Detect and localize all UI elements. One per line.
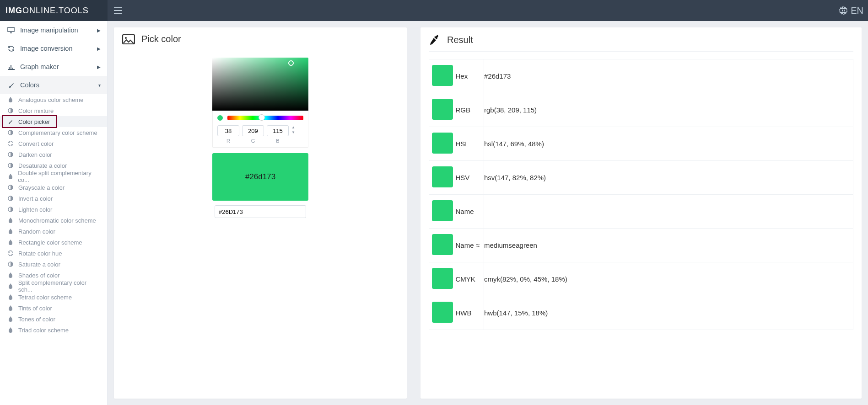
sidebar-item-label: Tetrad color scheme	[18, 294, 72, 301]
sidebar-item-label: Rotate color hue	[18, 250, 62, 257]
sidebar-item-triad-color-scheme[interactable]: Triad color scheme	[0, 325, 107, 336]
sidebar-item-label: Rectangle color scheme	[18, 239, 82, 246]
preview-swatch: #26d173	[212, 153, 308, 201]
saturation-area[interactable]	[212, 58, 308, 111]
color-picker-widget: R G B ▲ ▼ #26d173	[212, 58, 308, 218]
adjust-icon	[6, 130, 15, 135]
r-input[interactable]	[217, 125, 239, 136]
tint-icon	[6, 174, 14, 179]
eyedropper-icon	[429, 34, 441, 46]
sidebar-item-rotate-color-hue[interactable]: Rotate color hue	[0, 248, 107, 259]
tint-icon	[6, 305, 15, 311]
sidebar-item-label: Color picker	[18, 118, 50, 125]
nav-image-manipulation[interactable]: Image manipulation ▶	[0, 21, 107, 39]
sidebar-item-label: Tints of color	[18, 305, 52, 312]
adjust-icon	[6, 207, 15, 212]
sidebar-item-label: Analogous color scheme	[18, 96, 83, 103]
sidebar-item-label: Darken color	[18, 151, 52, 158]
chevron-up-icon: ▲	[291, 125, 297, 129]
result-value: rgb(38, 209, 115)	[484, 93, 853, 127]
sidebar-item-saturate-a-color[interactable]: Saturate a color	[0, 259, 107, 270]
refresh-icon	[6, 45, 16, 52]
result-label: CMYK	[456, 262, 484, 296]
current-color-dot	[217, 115, 223, 121]
hue-slider[interactable]	[227, 116, 303, 120]
sidebar-item-label: Invert a color	[18, 195, 53, 202]
result-row: RGBrgb(38, 209, 115)	[429, 93, 853, 127]
sidebar-item-label: Desaturate a color	[18, 162, 67, 169]
language-label: EN	[851, 5, 863, 16]
format-toggle[interactable]: ▲ ▼	[291, 125, 297, 134]
nav-graph-maker[interactable]: Graph maker ▶	[0, 58, 107, 76]
result-label: Name	[456, 195, 484, 229]
result-value: cmyk(82%, 0%, 45%, 18%)	[484, 262, 853, 296]
tint-icon	[6, 327, 15, 333]
sidebar-item-tones-of-color[interactable]: Tones of color	[0, 314, 107, 325]
result-label: HSV	[456, 161, 484, 195]
sidebar-item-label: Convert color	[18, 140, 54, 147]
result-label: HWB	[456, 296, 484, 330]
color-swatch	[432, 65, 453, 86]
sidebar: Image manipulation ▶ Image conversion ▶ …	[0, 21, 108, 405]
sidebar-item-monochromatic-color-scheme[interactable]: Monochromatic color scheme	[0, 215, 107, 226]
brush-icon	[6, 119, 15, 124]
language-selector[interactable]: EN	[839, 5, 863, 16]
sidebar-item-double-split-complementary-co[interactable]: Double split complementary co...	[0, 171, 107, 182]
svg-point-0	[840, 7, 847, 14]
sidebar-item-rectangle-color-scheme[interactable]: Rectangle color scheme	[0, 237, 107, 248]
result-value: hsl(147, 69%, 48%)	[484, 127, 853, 161]
sidebar-item-tetrad-color-scheme[interactable]: Tetrad color scheme	[0, 292, 107, 303]
result-row: Hex#26d173	[429, 59, 853, 93]
result-value: mediumseagreen	[484, 229, 853, 262]
sidebar-item-color-picker[interactable]: Color picker	[0, 116, 107, 127]
result-value: #26d173	[484, 59, 853, 93]
tint-icon	[6, 240, 15, 245]
hex-input[interactable]	[215, 205, 306, 218]
adjust-icon	[6, 108, 15, 113]
sidebar-item-label: Random color	[18, 228, 55, 235]
sidebar-item-random-color[interactable]: Random color	[0, 226, 107, 237]
globe-icon	[839, 6, 848, 15]
hamburger-icon	[114, 7, 122, 14]
sidebar-item-complementary-color-scheme[interactable]: Complementary color scheme	[0, 127, 107, 138]
main-content: Pick color R	[108, 21, 868, 405]
color-swatch	[432, 200, 453, 221]
svg-point-11	[125, 37, 127, 39]
image-icon	[122, 34, 135, 44]
b-label: B	[276, 138, 279, 144]
result-value	[484, 195, 853, 229]
header-right: EN	[839, 5, 868, 16]
color-swatch	[432, 302, 453, 323]
nav-label: Image conversion	[20, 45, 72, 52]
sidebar-item-label: Saturate a color	[18, 261, 60, 268]
hue-thumb[interactable]	[259, 114, 265, 121]
logo-mid: ONLINE	[22, 6, 56, 16]
sidebar-item-darken-color[interactable]: Darken color	[0, 149, 107, 160]
nav-image-conversion[interactable]: Image conversion ▶	[0, 39, 107, 58]
sidebar-item-analogous-color-scheme[interactable]: Analogous color scheme	[0, 94, 107, 105]
nav-colors[interactable]: Colors ▾	[0, 76, 107, 94]
sidebar-item-tints-of-color[interactable]: Tints of color	[0, 303, 107, 314]
saturation-cursor[interactable]	[288, 60, 294, 66]
tint-icon	[6, 218, 15, 223]
logo[interactable]: IMGONLINE.TOOLS	[0, 0, 108, 21]
sidebar-item-convert-color[interactable]: Convert color	[0, 138, 107, 149]
color-swatch	[432, 234, 453, 255]
sidebar-item-invert-a-color[interactable]: Invert a color	[0, 193, 107, 204]
adjust-icon	[6, 196, 15, 201]
menu-toggle-button[interactable]	[108, 0, 129, 21]
result-row: Name ≈mediumseagreen	[429, 229, 853, 262]
sidebar-item-label: Color mixture	[18, 107, 54, 114]
preview-swatch-label: #26d173	[245, 172, 275, 181]
sidebar-item-grayscale-a-color[interactable]: Grayscale a color	[0, 182, 107, 193]
b-input[interactable]	[267, 125, 289, 136]
caret-right-icon: ▶	[97, 28, 101, 33]
result-value: hsv(147, 82%, 82%)	[484, 161, 853, 195]
sidebar-item-lighten-color[interactable]: Lighten color	[0, 204, 107, 215]
sidebar-item-split-complementary-color-sch[interactable]: Split complementary color sch...	[0, 281, 107, 292]
sidebar-item-color-mixture[interactable]: Color mixture	[0, 105, 107, 116]
result-row: HWBhwb(147, 15%, 18%)	[429, 296, 853, 330]
g-input[interactable]	[242, 125, 264, 136]
picker-controls: R G B ▲ ▼	[212, 111, 308, 148]
caret-right-icon: ▶	[97, 64, 101, 69]
